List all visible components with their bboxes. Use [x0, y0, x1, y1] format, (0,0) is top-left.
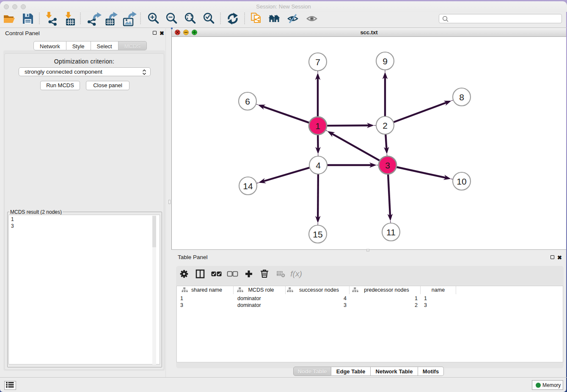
svg-text:4: 4 — [316, 160, 321, 170]
svg-text:9: 9 — [383, 56, 388, 66]
svg-text:8: 8 — [459, 92, 464, 102]
svg-text:15: 15 — [313, 229, 322, 239]
svg-text:1: 1 — [315, 121, 320, 131]
svg-text:6: 6 — [245, 97, 250, 106]
svg-text:11: 11 — [386, 227, 396, 237]
svg-text:3: 3 — [385, 160, 390, 170]
svg-text:7: 7 — [315, 57, 320, 67]
svg-text:10: 10 — [457, 177, 466, 186]
svg-text:14: 14 — [243, 181, 253, 191]
svg-text:2: 2 — [383, 121, 388, 130]
